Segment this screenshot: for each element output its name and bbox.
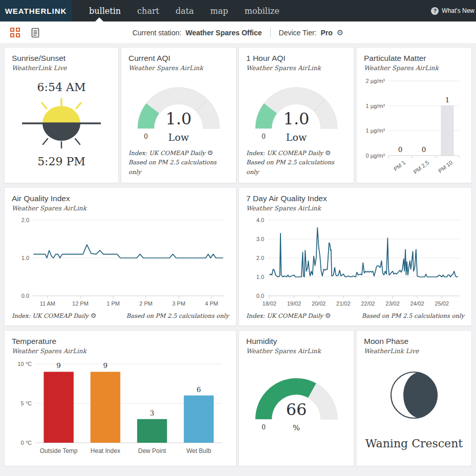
index-gear-icon[interactable]: ⚙ [207, 149, 213, 157]
svg-text:Low: Low [286, 132, 307, 143]
svg-text:PM 10: PM 10 [437, 159, 453, 174]
current-aqi-gauge[interactable]: 1.0Low0 [128, 72, 229, 148]
tab-mobilize[interactable]: mobilize [236, 6, 288, 16]
index-gear-icon[interactable]: ⚙ [325, 312, 331, 319]
tab-map[interactable]: map [202, 6, 236, 16]
aqi-note-footer: Based on PM 2.5 calculations only [362, 311, 464, 320]
svg-text:1 µg/m³: 1 µg/m³ [365, 103, 385, 109]
svg-text:1.0: 1.0 [284, 109, 310, 128]
svg-text:2.0: 2.0 [256, 255, 264, 261]
aqi-line-chart[interactable]: 0.01.02.011 AM12 PM1 PM2 PM3 PM4 PM [12, 216, 229, 311]
humidity-gauge[interactable]: 66%0 [246, 355, 347, 460]
card-subtitle: Weather Spares AirLink [364, 64, 464, 72]
svg-text:0.0: 0.0 [21, 293, 29, 299]
current-station-name: Weather Spares Office [185, 29, 262, 37]
tab-data[interactable]: data [167, 6, 202, 16]
device-tier-gear-icon[interactable]: ⚙ [337, 29, 343, 36]
card-current-aqi: Current AQI Weather Spares AirLink 1.0Lo… [121, 47, 236, 183]
svg-text:2 µg/m³: 2 µg/m³ [365, 78, 385, 84]
device-tier-value: Pro [320, 29, 332, 37]
card-particulate-matter: Particulate Matter Weather Spares AirLin… [356, 47, 472, 183]
svg-text:1 PM: 1 PM [106, 300, 120, 307]
tab-chart[interactable]: chart [129, 6, 167, 16]
svg-text:PM 1: PM 1 [393, 159, 407, 172]
svg-text:10 °C: 10 °C [17, 361, 32, 367]
card-subtitle: Weather Spares AirLink [246, 205, 464, 212]
svg-text:5 °C: 5 °C [20, 400, 32, 406]
one-hour-aqi-gauge[interactable]: 1.0Low0 [246, 72, 347, 148]
svg-text:3: 3 [150, 409, 155, 417]
svg-text:21/02: 21/02 [336, 300, 351, 307]
top-navbar: WEATHERLINK bulletin chart data map mobi… [0, 0, 476, 21]
svg-text:Dew Point: Dew Point [138, 447, 166, 455]
moon-phase-name: Waning Crescent [365, 437, 463, 450]
card-title: Particulate Matter [364, 54, 464, 63]
card-title: Humidity [246, 337, 347, 346]
card-title: Air Quality Index [12, 194, 229, 203]
card-subtitle: Weather Spares AirLink [128, 64, 229, 72]
aqi-note-footer: Based on PM 2.5 calculations only [128, 158, 229, 177]
card-subtitle: WeatherLink Live [364, 348, 464, 355]
svg-text:9: 9 [56, 361, 61, 370]
help-icon: ? [431, 7, 439, 15]
svg-text:0: 0 [398, 145, 403, 154]
card-7day-air-quality-index: 7 Day Air Quality Index Weather Spares A… [239, 187, 472, 326]
svg-text:Heat Index: Heat Index [91, 447, 120, 455]
aqi-index-footer: Index: UK COMEAP Daily ⚙ [246, 148, 347, 158]
current-station-label: Current station: [133, 29, 182, 37]
card-moon-phase: Moon Phase WeatherLink Live Waning Cresc… [356, 330, 472, 466]
svg-text:9: 9 [103, 361, 108, 370]
index-gear-icon[interactable]: ⚙ [91, 312, 97, 319]
svg-text:11 AM: 11 AM [39, 300, 55, 307]
particulate-matter-chart[interactable]: 0 µg/m³1 µg/m³1 µg/m³2 µg/m³0PM 10PM 2.5… [364, 76, 464, 178]
svg-text:6: 6 [197, 385, 201, 394]
divider [270, 28, 271, 38]
aqi-index-footer: Index: UK COMEAP Daily ⚙ [246, 311, 331, 320]
svg-text:Outside Temp: Outside Temp [40, 447, 78, 455]
list-view-icon[interactable] [31, 28, 39, 38]
bulletin-grid: Sunrise/Sunset WeatherLink Live 6:54 AM … [0, 44, 476, 466]
card-temperature: Temperature Weather Spares AirLink 0 °C5… [4, 330, 236, 466]
svg-text:12 PM: 12 PM [72, 300, 89, 307]
grid-view-icon[interactable] [10, 28, 20, 37]
card-air-quality-index: Air Quality Index Weather Spares AirLink… [4, 187, 236, 326]
whats-new-label: What's New [442, 7, 474, 14]
weatherlink-logo[interactable]: WEATHERLINK [0, 0, 72, 21]
device-tier-label: Device Tier: [279, 29, 317, 37]
svg-text:0: 0 [262, 423, 266, 431]
svg-text:20/02: 20/02 [311, 300, 326, 307]
svg-text:22/02: 22/02 [361, 300, 375, 307]
temperature-chart[interactable]: 0 °C5 °C10 °C9Outside Temp9Heat Index3De… [12, 359, 229, 460]
svg-text:0: 0 [262, 133, 266, 140]
aqi-7day-chart[interactable]: 0.01.02.03.04.018/0219/0220/0221/0222/02… [246, 216, 464, 311]
svg-text:Low: Low [168, 132, 189, 143]
svg-text:2 PM: 2 PM [139, 300, 153, 307]
sunset-time: 5:29 PM [37, 155, 85, 168]
svg-text:23/02: 23/02 [385, 300, 400, 307]
aqi-note-footer: Based on PM 2.5 calculations only [246, 158, 347, 177]
svg-text:1.0: 1.0 [166, 109, 192, 128]
svg-text:1.0: 1.0 [21, 255, 29, 261]
svg-text:0.0: 0.0 [256, 293, 264, 299]
whats-new-link[interactable]: ? What's New [431, 0, 474, 21]
main-nav: bulletin chart data map mobilize [72, 0, 288, 21]
svg-text:19/02: 19/02 [287, 300, 301, 307]
svg-text:18/02: 18/02 [262, 300, 276, 307]
moon-phase-icon [383, 364, 445, 428]
svg-text:2.0: 2.0 [21, 217, 29, 223]
index-gear-icon[interactable]: ⚙ [325, 149, 331, 157]
sunrise-sunset-icon [18, 96, 105, 153]
svg-text:3 PM: 3 PM [172, 300, 185, 307]
svg-text:66: 66 [286, 400, 307, 419]
svg-text:1 µg/m³: 1 µg/m³ [365, 127, 385, 134]
card-subtitle: Weather Spares AirLink [12, 205, 229, 212]
card-subtitle: Weather Spares AirLink [246, 64, 347, 72]
sunrise-time: 6:54 AM [37, 81, 86, 94]
svg-text:0: 0 [422, 145, 426, 154]
svg-text:24/02: 24/02 [410, 300, 424, 307]
card-sunrise-sunset: Sunrise/Sunset WeatherLink Live 6:54 AM … [4, 47, 119, 183]
card-subtitle: Weather Spares AirLink [246, 348, 347, 355]
tab-bulletin[interactable]: bulletin [81, 6, 129, 16]
card-title: Current AQI [128, 54, 229, 63]
svg-text:PM 2.5: PM 2.5 [412, 159, 430, 175]
